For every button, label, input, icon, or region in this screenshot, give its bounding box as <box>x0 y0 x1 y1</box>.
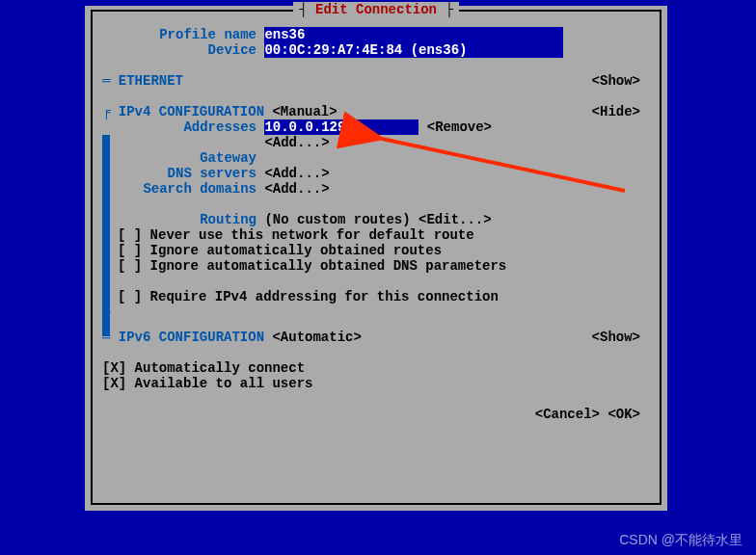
dialog-title: ┤ Edit Connection ├ <box>293 2 459 17</box>
gateway-label: Gateway <box>102 150 256 166</box>
addresses-add-button[interactable]: <Add...> <box>264 135 329 150</box>
search-domains-label: Search domains <box>102 181 256 197</box>
ipv6-marker: ═ <box>102 330 119 345</box>
ipv4-checkbox-require[interactable]: [ ] Require IPv4 addressing for this con… <box>118 289 499 304</box>
dns-add-button[interactable]: <Add...> <box>264 166 329 181</box>
profile-name-label: Profile name <box>102 27 256 42</box>
device-label: Device <box>102 42 256 58</box>
search-domains-add-button[interactable]: <Add...> <box>264 181 329 197</box>
dialog-window: ┤ Edit Connection ├ Profile name ens36 D… <box>85 6 667 511</box>
ok-button[interactable]: <OK> <box>608 407 640 422</box>
profile-name-input[interactable]: ens36 <box>264 27 563 42</box>
ethernet-show-button[interactable]: <Show> <box>592 73 640 89</box>
ethernet-marker: ═ <box>102 73 119 89</box>
ipv6-mode-select[interactable]: <Automatic> <box>272 330 361 345</box>
ipv4-checkbox-ignore-routes[interactable]: [ ] Ignore automatically obtained routes <box>118 243 442 258</box>
dialog-frame: ┤ Edit Connection ├ Profile name ens36 D… <box>91 10 662 505</box>
autoconnect-checkbox[interactable]: [X] Automatically connect <box>102 360 305 376</box>
addresses-remove-button[interactable]: <Remove> <box>427 119 492 135</box>
addresses-label: Addresses <box>102 119 256 135</box>
ipv6-show-button[interactable]: <Show> <box>592 330 640 345</box>
device-input[interactable]: 00:0C:29:A7:4E:84 (ens36) <box>264 42 563 58</box>
routing-label: Routing <box>102 212 256 227</box>
dialog-content: Profile name ens36 Device 00:0C:29:A7:4E… <box>102 23 650 493</box>
cancel-button[interactable]: <Cancel> <box>535 407 600 422</box>
ipv4-checkbox-ignore-dns[interactable]: [ ] Ignore automatically obtained DNS pa… <box>118 258 506 274</box>
allusers-checkbox[interactable]: [X] Available to all users <box>102 376 312 391</box>
ipv4-hide-button[interactable]: <Hide> <box>592 104 640 119</box>
watermark-text: CSDN @不能待水里 <box>619 532 742 547</box>
dialog-title-wrap: ┤ Edit Connection ├ <box>93 2 660 17</box>
ethernet-header: ETHERNET <box>119 73 183 89</box>
ipv4-block-bar <box>102 135 110 335</box>
dialog-buttons: <Cancel> <OK> <box>535 407 640 422</box>
routing-value: (No custom routes) <box>264 212 410 227</box>
dns-label: DNS servers <box>102 166 256 181</box>
ipv4-mode-select[interactable]: <Manual> <box>272 104 337 119</box>
ipv4-checkbox-default-route[interactable]: [ ] Never use this network for default r… <box>118 227 474 243</box>
ipv6-header: IPv6 CONFIGURATION <box>119 330 264 345</box>
addresses-input[interactable]: 10.0.0.129 <box>264 119 418 135</box>
ipv4-marker: ╒ <box>102 104 119 119</box>
routing-edit-button[interactable]: <Edit...> <box>418 212 492 227</box>
ipv4-header: IPv4 CONFIGURATION <box>119 104 264 119</box>
